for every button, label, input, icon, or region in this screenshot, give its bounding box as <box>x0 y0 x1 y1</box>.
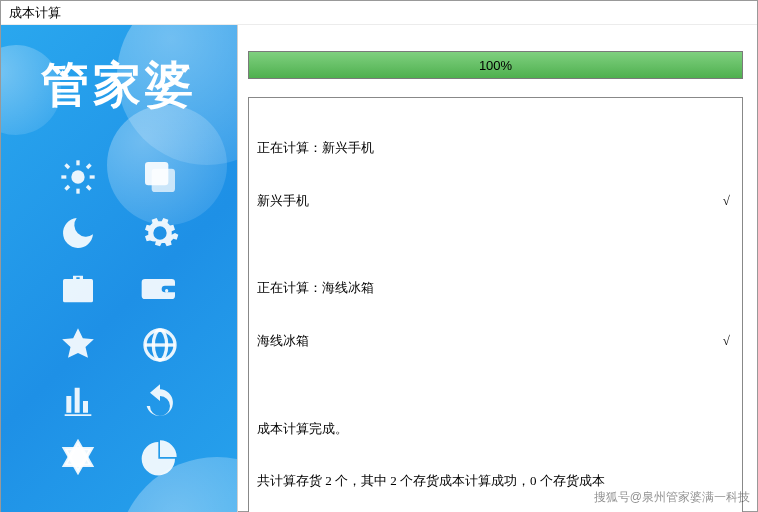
svg-line-8 <box>87 165 91 169</box>
svg-line-6 <box>87 186 91 190</box>
briefcase-icon <box>56 267 100 311</box>
globe-icon <box>138 323 182 367</box>
check-mark: √ <box>723 332 734 350</box>
stack-icon <box>138 155 182 199</box>
log-output[interactable]: 正在计算：新兴手机 新兴手机√ 正在计算：海线冰箱 海线冰箱√ 成本计算完成。 … <box>248 97 743 512</box>
brand-logo: 管家婆 <box>1 53 237 117</box>
pie-icon <box>138 435 182 479</box>
hexagram-icon <box>56 435 100 479</box>
titlebar: 成本计算 <box>1 1 757 25</box>
progress-fill: 100% <box>249 52 742 78</box>
moon-icon <box>56 211 100 255</box>
svg-rect-10 <box>152 169 175 192</box>
svg-line-5 <box>66 165 70 169</box>
check-mark: √ <box>723 192 734 210</box>
main-panel: 100% 正在计算：新兴手机 新兴手机√ 正在计算：海线冰箱 海线冰箱√ 成本计… <box>237 25 757 512</box>
window-title: 成本计算 <box>9 5 61 20</box>
progress-bar: 100% <box>248 51 743 79</box>
log-line: 正在计算：海线冰箱 <box>257 279 734 297</box>
star-icon <box>56 323 100 367</box>
log-line: 海线冰箱√ <box>257 332 734 350</box>
wallet-icon <box>138 267 182 311</box>
svg-point-0 <box>71 170 84 183</box>
sidebar: 管家婆 <box>1 25 237 512</box>
log-line: 成本计算完成。 <box>257 420 734 438</box>
progress-percent: 100% <box>479 58 512 73</box>
log-line: 正在计算：新兴手机 <box>257 139 734 157</box>
svg-line-7 <box>66 186 70 190</box>
undo-icon <box>138 379 182 423</box>
cost-calc-window: 成本计算 管家婆 <box>0 0 758 512</box>
log-line: 新兴手机√ <box>257 192 734 210</box>
log-line: 共计算存货 2 个，其中 2 个存货成本计算成功，0 个存货成本 <box>257 472 734 490</box>
window-body: 管家婆 <box>1 25 757 512</box>
sun-icon <box>56 155 100 199</box>
chart-icon <box>56 379 100 423</box>
gear-icon <box>138 211 182 255</box>
